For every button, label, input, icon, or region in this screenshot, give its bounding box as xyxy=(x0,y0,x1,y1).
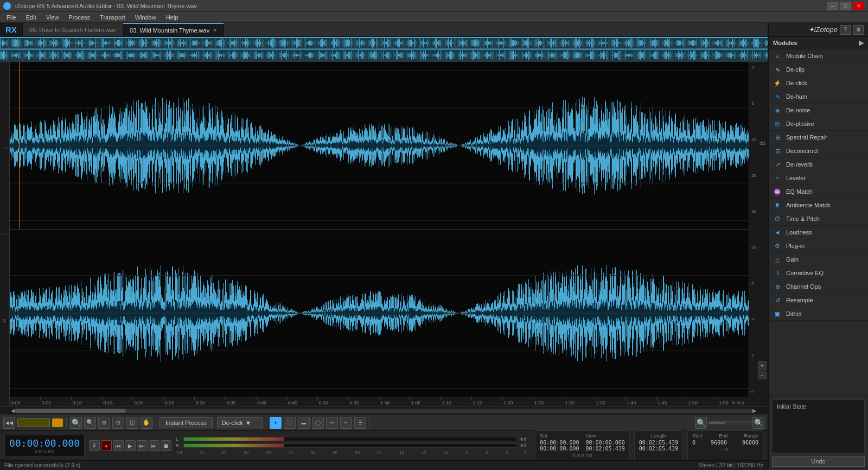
state-label: Initial State xyxy=(777,403,860,410)
zoom-slider[interactable] xyxy=(708,421,751,424)
transport-controls: 🎙 ● ⏮ ▶ ⏭ ⏭ ⏹ xyxy=(89,440,171,451)
menu-edit[interactable]: Edit xyxy=(22,13,41,22)
select-tool-btn[interactable]: ▪ xyxy=(270,417,282,429)
menu-process[interactable]: Process xyxy=(64,13,94,22)
zoom-out-h-btn[interactable]: 🔍 xyxy=(752,417,764,429)
window-controls: ─ □ ✕ xyxy=(827,2,865,10)
module-item-time-pitch[interactable]: ⏱ Time & Pitch xyxy=(769,212,868,226)
zoom-sel-btn[interactable]: ⊟ xyxy=(112,417,124,429)
gain-label: Gain xyxy=(786,256,799,263)
lasso-sel-btn[interactable]: ◯ xyxy=(312,417,324,429)
play-loop-btn[interactable]: ⏭ xyxy=(137,440,148,451)
waveform-channel-l[interactable] xyxy=(10,62,749,230)
freq-sel-btn[interactable]: ▬ xyxy=(298,417,310,429)
menu-transport[interactable]: Transport xyxy=(95,13,130,22)
close-btn[interactable]: ✕ xyxy=(853,2,865,10)
module-item-leveler[interactable]: ≈ Leveler xyxy=(769,172,868,185)
menu-help[interactable]: Help xyxy=(162,13,183,22)
play-btn[interactable]: ▶ xyxy=(125,440,136,451)
module-item-dither[interactable]: ▣ Dither xyxy=(769,307,868,321)
zoom-in-btn[interactable]: 🔍 xyxy=(70,417,82,429)
spectral-repair-icon: ⊞ xyxy=(773,133,782,142)
module-item-spectral-repair[interactable]: ⊞ Spectral Repair xyxy=(769,131,868,144)
process-dropdown[interactable]: De-click ▼ xyxy=(217,417,263,428)
statusbar: File opened successfully (2.9 s) Stereo … xyxy=(0,460,768,470)
zoom-out-btn[interactable]: 🔍 xyxy=(84,417,96,429)
horizontal-scrollbar[interactable]: ◀ ▶ xyxy=(0,407,768,414)
tab-rose-label: 06. Rose In Spanish Harlem.wav xyxy=(29,27,116,33)
range-end-header: End xyxy=(719,433,727,439)
zoom-in-h-btn[interactable]: 🔍 xyxy=(695,417,707,429)
leveler-label: Leveler xyxy=(786,175,806,181)
time-pitch-label: Time & Pitch xyxy=(786,215,820,222)
stop-btn[interactable]: ⏹ xyxy=(161,440,171,451)
zoom-in-vertical-btn[interactable]: + xyxy=(758,361,767,370)
toolbar-nav-back[interactable]: ◀◀ xyxy=(3,417,15,429)
right-panel: ✦iZotope ? ⚙ Modules ▶ ≡ Module Chain ∿ … xyxy=(768,23,868,470)
module-item-eq-match[interactable]: ♒ EQ Match xyxy=(769,185,868,199)
eq-match-icon: ♒ xyxy=(773,187,782,196)
scroll-right-btn[interactable]: ▶ xyxy=(752,408,757,414)
scrollbar-thumb[interactable] xyxy=(15,409,126,413)
status-message: File opened successfully (2.9 s) xyxy=(4,462,80,468)
transport-bar: 00:00:00.000 h:m:s.ms 🎙 ● ⏮ ▶ ⏭ ⏭ ⏹ L xyxy=(0,430,768,460)
instant-process-btn[interactable]: Instant Process xyxy=(159,417,213,428)
zoom-out-vertical-btn[interactable]: − xyxy=(758,371,767,379)
sel-end-value: 00:00:00.000 xyxy=(540,446,579,452)
minimize-btn[interactable]: ─ xyxy=(827,2,839,10)
record-btn[interactable]: 🎙 xyxy=(89,440,100,451)
zoom-waveform-btn[interactable]: ◫ xyxy=(126,417,138,429)
module-item-gain[interactable]: △ Gain xyxy=(769,253,868,266)
module-item-loudness[interactable]: ◄ Loudness xyxy=(769,226,868,239)
maximize-btn[interactable]: □ xyxy=(840,2,852,10)
module-item-de-plosive[interactable]: ◎ De-plosive xyxy=(769,117,868,131)
de-noise-label: De-noise xyxy=(786,107,810,113)
module-item-resample[interactable]: ↺ Resample xyxy=(769,294,868,307)
range-range-header: Range xyxy=(744,433,758,439)
toolbar-scroll-marker[interactable] xyxy=(52,418,63,427)
settings-btn[interactable]: ⚙ xyxy=(853,25,864,35)
tab-rose[interactable]: 06. Rose In Spanish Harlem.wav xyxy=(23,23,123,36)
time-sel-btn[interactable]: ⬛ xyxy=(284,417,296,429)
toolbar-scroll-left[interactable] xyxy=(17,418,50,427)
module-item-de-clip[interactable]: ∿ De-clip xyxy=(769,63,868,77)
go-start-btn[interactable]: ⏮ xyxy=(113,440,124,451)
tab-wild-mountain[interactable]: 03. Wild Mountain Thyme.wav ✕ xyxy=(123,23,224,36)
range-end-val: 96000 xyxy=(711,440,727,446)
module-item-de-click[interactable]: ⚡ De-click xyxy=(769,77,868,90)
module-item-de-hum[interactable]: ∿ De-hum xyxy=(769,90,868,104)
scroll-left-btn[interactable]: ◀ xyxy=(11,408,15,414)
tab-close-icon[interactable]: ✕ xyxy=(213,27,217,33)
deconstruct-icon: ⊟ xyxy=(773,147,782,155)
module-item-module-chain[interactable]: ≡ Module Chain xyxy=(769,49,868,63)
brush-tool-btn[interactable]: ✏ xyxy=(326,417,338,429)
modules-expand-btn[interactable]: ▶ xyxy=(859,39,864,47)
channel-label-ruler: L R xyxy=(0,62,10,407)
zoom-fit-btn[interactable]: ⊞ xyxy=(98,417,110,429)
waveform-channel-r[interactable] xyxy=(10,230,749,397)
module-item-de-reverb[interactable]: ↗ De-reverb xyxy=(769,158,868,172)
heal-tool-btn[interactable]: ✂ xyxy=(340,417,352,429)
module-item-corrective-eq[interactable]: ⌇ Corrective EQ xyxy=(769,266,868,280)
region-tool-btn[interactable]: ☰ xyxy=(354,417,366,429)
help-btn[interactable]: ? xyxy=(840,25,851,35)
scrollbar-track[interactable] xyxy=(15,409,752,413)
menubar: File Edit View Process Transport Window … xyxy=(0,12,868,23)
menu-file[interactable]: File xyxy=(2,13,21,22)
gain-icon: △ xyxy=(773,255,782,264)
menu-window[interactable]: Window xyxy=(131,13,161,22)
pan-tool-btn[interactable]: ✋ xyxy=(141,417,152,429)
channel-l-label: L xyxy=(2,147,7,149)
overview-waveform[interactable] xyxy=(0,37,768,62)
meter-row-r: R -Inf xyxy=(176,443,526,448)
level-meter: L -Inf R -Inf -Inf-70-60-50-45-42-39-36-… xyxy=(176,436,526,455)
module-item-de-noise[interactable]: ◈ De-noise xyxy=(769,104,868,117)
module-item-ambience-match[interactable]: ♜ Ambience Match xyxy=(769,199,868,212)
module-item-channel-ops[interactable]: ⊕ Channel Ops xyxy=(769,280,868,294)
undo-btn[interactable]: Undo xyxy=(772,456,865,467)
menu-view[interactable]: View xyxy=(42,13,63,22)
module-item-plug-in[interactable]: ⚙ Plug-in xyxy=(769,239,868,253)
record-arm-btn[interactable]: ● xyxy=(101,440,112,451)
go-end-btn[interactable]: ⏭ xyxy=(149,440,159,451)
module-item-deconstruct[interactable]: ⊟ Deconstruct xyxy=(769,144,868,158)
